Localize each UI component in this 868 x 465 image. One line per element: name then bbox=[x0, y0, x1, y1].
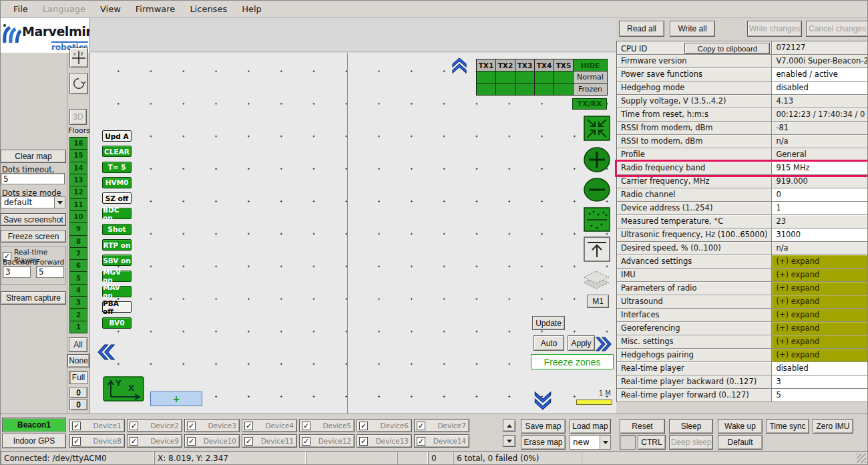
copy-to-clipboard-button[interactable]: Copy to clipboard bbox=[684, 43, 770, 54]
parameter-row[interactable]: Misc. settings (+) expand bbox=[617, 335, 868, 349]
parameter-value[interactable]: disabled bbox=[772, 362, 868, 375]
parameter-value[interactable]: 919.000 bbox=[772, 175, 868, 188]
parameter-row[interactable]: Hedgehogs pairing (+) expand bbox=[617, 349, 868, 362]
parameter-row[interactable]: Advanced settings (+) expand bbox=[617, 255, 868, 269]
parameter-row[interactable]: Interfaces (+) expand bbox=[617, 309, 868, 322]
parameter-row[interactable]: Supply voltage, V (3.5..4.2) 4.13 bbox=[617, 95, 868, 108]
parameter-value[interactable]: disabled bbox=[772, 82, 868, 95]
parameter-value[interactable]: 0 bbox=[772, 188, 868, 202]
tx-state-cell[interactable] bbox=[515, 84, 535, 96]
device-toggle[interactable]: Device4 bbox=[242, 419, 297, 432]
counter-bottom[interactable]: 0 bbox=[69, 399, 87, 410]
floor-button[interactable]: 7 bbox=[69, 247, 87, 260]
wake-up-button[interactable]: Wake up bbox=[718, 419, 763, 434]
tx-state-cell[interactable] bbox=[535, 71, 554, 84]
ctrl-checkbox[interactable] bbox=[620, 435, 636, 450]
clear-map-button[interactable]: Clear map bbox=[1, 150, 66, 163]
parameter-row[interactable]: Ultrasound (+) expand bbox=[617, 295, 868, 309]
checkbox-checked-icon[interactable] bbox=[72, 437, 81, 446]
checkbox-checked-icon[interactable] bbox=[187, 422, 196, 430]
tx-state-cell[interactable] bbox=[515, 71, 535, 84]
device-toggle[interactable]: Device9 bbox=[127, 434, 182, 448]
menu-item[interactable]: Language bbox=[35, 1, 93, 17]
floor-button[interactable]: 13 bbox=[69, 174, 87, 186]
parameter-value[interactable]: 31000 bbox=[772, 228, 868, 242]
tx-state-cell[interactable] bbox=[554, 84, 574, 96]
checkbox-checked-icon[interactable] bbox=[187, 437, 196, 446]
add-submap-button[interactable]: + bbox=[150, 392, 202, 406]
map-mode-button[interactable]: Upd A bbox=[102, 130, 132, 142]
parameter-value[interactable]: (+) expand bbox=[772, 282, 868, 295]
ctrl-button[interactable]: CTRL bbox=[638, 435, 666, 450]
save-map-button[interactable]: Save map bbox=[521, 419, 566, 434]
parameter-value[interactable]: -81 bbox=[772, 122, 868, 135]
parameter-row[interactable]: Desired speed, % (0..100) n/a bbox=[617, 242, 868, 255]
tx-state-cell[interactable] bbox=[554, 71, 574, 84]
map-area[interactable]: Upd A CLEAR T= 5 HVM0 SZ off BDC on Shot… bbox=[89, 18, 616, 414]
parameter-value[interactable]: 915 MHz bbox=[772, 162, 868, 175]
parameter-row[interactable]: Georeferencing (+) expand bbox=[617, 322, 868, 335]
floors-full-button[interactable]: Full bbox=[69, 371, 87, 384]
parameter-row[interactable]: Real-time player forward (0..127) 5 bbox=[617, 389, 868, 402]
parameter-value[interactable]: V7.000i Super-Beacon-2 bbox=[772, 55, 868, 68]
zero-imu-button[interactable]: Zero IMU bbox=[813, 419, 853, 434]
parameter-row[interactable]: Hedgehog mode disabled bbox=[617, 82, 868, 95]
checkbox-checked-icon[interactable] bbox=[417, 422, 425, 430]
parameter-row[interactable]: IMU (+) expand bbox=[617, 269, 868, 282]
scroll-down-button[interactable] bbox=[503, 435, 515, 447]
save-screenshot-button[interactable]: Save screenshot bbox=[1, 213, 66, 226]
zoom-in-icon[interactable] bbox=[584, 146, 610, 175]
update-button[interactable]: Update bbox=[532, 316, 565, 330]
map-mode-button[interactable]: SZ off bbox=[102, 192, 132, 204]
parameter-value[interactable]: n/a bbox=[772, 135, 868, 148]
device-toggle[interactable]: Device11 bbox=[242, 434, 297, 448]
write-all-button[interactable]: Write all bbox=[670, 21, 715, 37]
parameter-row[interactable]: Radio frequency band 915 MHz bbox=[617, 162, 868, 175]
tx-state-cell[interactable] bbox=[496, 71, 515, 84]
device-toggle[interactable]: Device3 bbox=[184, 419, 240, 432]
floor-button[interactable]: 1 bbox=[69, 321, 87, 333]
map-mode-button[interactable]: RTP on bbox=[102, 239, 132, 251]
write-changes-button[interactable]: Write changes bbox=[747, 21, 802, 37]
parameter-row[interactable]: Profile General bbox=[617, 148, 868, 162]
default-button[interactable]: Default bbox=[718, 435, 763, 450]
parameter-value[interactable]: (+) expand bbox=[772, 309, 868, 322]
menu-item[interactable]: Licenses bbox=[182, 1, 234, 17]
checkbox-checked-icon[interactable] bbox=[130, 422, 138, 430]
parameter-row[interactable]: Power save functions enabled / active bbox=[617, 68, 868, 82]
device-toggle[interactable]: Device2 bbox=[127, 419, 182, 432]
checkbox-checked-icon[interactable] bbox=[302, 422, 310, 430]
floor-button[interactable]: 12 bbox=[69, 186, 87, 198]
parameter-value[interactable]: enabled / active bbox=[772, 68, 868, 82]
dots-size-mode-select[interactable]: default bbox=[1, 196, 65, 208]
map-mode-button[interactable]: BV0 bbox=[102, 317, 132, 329]
zoom-out-icon[interactable] bbox=[584, 177, 610, 204]
tx-hide-button[interactable]: HIDE bbox=[574, 59, 608, 71]
checkbox-checked-icon[interactable] bbox=[417, 437, 425, 446]
freeze-screen-button[interactable]: Freeze screen bbox=[1, 230, 66, 243]
floors-none-button[interactable]: None bbox=[67, 354, 89, 367]
floor-button[interactable]: 11 bbox=[69, 198, 87, 211]
resize-grip-icon[interactable] bbox=[857, 454, 866, 463]
menu-item[interactable]: Firmware bbox=[128, 1, 183, 17]
read-all-button[interactable]: Read all bbox=[619, 21, 664, 37]
checkbox-checked-icon[interactable] bbox=[72, 422, 81, 430]
tx-column-header[interactable]: TX5 bbox=[554, 59, 574, 71]
tx-state-cell[interactable] bbox=[477, 71, 496, 84]
device-toggle[interactable]: Device6 bbox=[357, 419, 412, 432]
parameter-value[interactable]: (+) expand bbox=[772, 349, 868, 362]
origin-axes-icon[interactable]: xy bbox=[69, 47, 88, 67]
device-toggle[interactable]: Device14 bbox=[414, 434, 469, 448]
map-mode-button[interactable]: PBA off bbox=[102, 301, 132, 313]
menu-item[interactable]: File bbox=[6, 1, 35, 17]
tx-column-header[interactable]: TX2 bbox=[496, 59, 515, 71]
map-mode-button[interactable]: MGV on bbox=[102, 271, 132, 282]
floor-button[interactable]: 15 bbox=[69, 149, 87, 162]
menu-item[interactable]: View bbox=[93, 1, 128, 17]
floor-button[interactable]: 9 bbox=[69, 222, 87, 235]
parameter-row[interactable]: Firmware version V7.000i Super-Beacon-2 bbox=[617, 55, 868, 68]
raise-to-top-icon[interactable] bbox=[584, 237, 610, 264]
collapse-up-icon[interactable] bbox=[451, 56, 468, 75]
layers-icon[interactable] bbox=[582, 269, 609, 295]
floors-all-button[interactable]: All bbox=[69, 337, 87, 352]
